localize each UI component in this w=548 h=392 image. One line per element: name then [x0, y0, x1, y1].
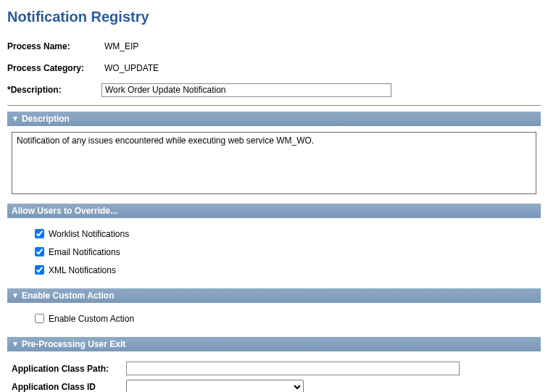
description-textarea[interactable] [12, 132, 536, 194]
app-class-path-row: Application Class Path: [12, 362, 536, 375]
preproc-section-title: Pre-Processing User Exit [22, 339, 125, 349]
worklist-notifications-row: Worklist Notifications [32, 227, 536, 241]
process-category-value: WO_UPDATE [101, 63, 159, 73]
app-class-id-select[interactable] [126, 380, 304, 392]
description-section-body [7, 130, 541, 204]
process-name-value: WM_EIP [101, 41, 138, 51]
worklist-checkbox[interactable] [35, 229, 44, 238]
custom-action-section-bar[interactable]: ▼ Enable Custom Action [7, 288, 541, 303]
chevron-down-icon: ▼ [12, 115, 19, 122]
description-row: *Description: [7, 82, 541, 98]
divider [7, 105, 541, 106]
enable-custom-action-checkbox[interactable] [35, 314, 44, 323]
custom-action-section-title: Enable Custom Action [22, 291, 115, 301]
chevron-down-icon: ▼ [12, 292, 19, 299]
xml-checkbox[interactable] [35, 265, 44, 275]
override-section-body: Worklist Notifications Email Notificatio… [7, 222, 541, 288]
description-section-title: Description [22, 114, 70, 124]
xml-label[interactable]: XML Notifications [49, 265, 116, 275]
app-class-id-row: Application Class ID [12, 380, 536, 392]
process-category-row: Process Category: WO_UPDATE [7, 60, 541, 76]
email-notifications-row: Email Notifications [32, 245, 536, 259]
preproc-section-body: Application Class Path: Application Clas… [7, 356, 541, 392]
xml-notifications-row: XML Notifications [32, 263, 536, 277]
enable-custom-action-label[interactable]: Enable Custom Action [49, 314, 134, 324]
process-category-label: Process Category: [7, 63, 101, 73]
override-section-title: Allow Users to Override... [12, 206, 117, 216]
worklist-label[interactable]: Worklist Notifications [49, 229, 129, 239]
description-section-bar[interactable]: ▼ Description [7, 112, 541, 126]
app-class-path-input[interactable] [126, 362, 460, 375]
description-label: *Description: [7, 85, 101, 95]
enable-custom-action-row: Enable Custom Action [32, 312, 536, 325]
app-class-path-label: Application Class Path: [12, 364, 126, 374]
chevron-down-icon: ▼ [12, 341, 19, 348]
custom-action-section-body: Enable Custom Action [7, 307, 541, 337]
description-input[interactable] [101, 83, 391, 97]
preproc-section-bar[interactable]: ▼ Pre-Processing User Exit [7, 337, 541, 351]
app-class-id-label: Application Class ID [12, 382, 126, 392]
process-name-row: Process Name: WM_EIP [7, 38, 541, 54]
process-name-label: Process Name: [7, 41, 101, 51]
override-section-bar[interactable]: Allow Users to Override... [7, 204, 541, 218]
page-title: Notification Registry [7, 9, 541, 25]
email-checkbox[interactable] [35, 247, 44, 257]
header-fields: Process Name: WM_EIP Process Category: W… [7, 38, 541, 98]
email-label[interactable]: Email Notifications [49, 247, 120, 257]
